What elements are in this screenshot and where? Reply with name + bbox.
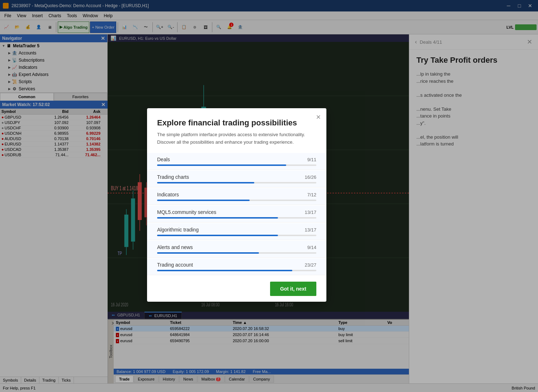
navigator-tabs: Common Favorites xyxy=(0,92,107,101)
market-watch-row[interactable]: ●USDCAD 1.35387 1.35395 xyxy=(0,147,108,152)
tab-favorites[interactable]: Favorites xyxy=(54,93,108,101)
progress-count: 23/27 xyxy=(305,262,316,268)
tab-common[interactable]: Common xyxy=(0,93,54,101)
expand-ea-icon[interactable]: ▶ xyxy=(7,72,11,77)
deals-close-btn[interactable]: ✕ xyxy=(527,38,532,46)
progress-bar-bg xyxy=(157,235,316,236)
trade-type: buy xyxy=(336,326,386,332)
expand-icon[interactable]: ▼ xyxy=(1,44,6,48)
indicators-nav-icon: 📈 xyxy=(11,64,17,70)
new-chart-button[interactable]: 📈 xyxy=(1,21,11,33)
search-button[interactable]: 🔍 xyxy=(214,21,224,33)
menu-window[interactable]: Window xyxy=(80,13,101,19)
tab-mailbox[interactable]: Mailbox7 xyxy=(198,376,225,383)
trade-vol xyxy=(385,338,409,344)
chart-tab-eurusd[interactable]: ▪▪ EURUSD,H1 xyxy=(145,312,181,319)
nav-indicators[interactable]: ▶ 📈 Indicators xyxy=(0,64,107,71)
menu-tools[interactable]: Tools xyxy=(64,13,80,19)
navigator-close[interactable]: ✕ xyxy=(101,35,105,41)
market-watch-row[interactable]: ●USDCNH 6.98955 6.99229 xyxy=(0,131,108,136)
tab-company[interactable]: Company xyxy=(249,376,274,383)
alerts-badge: 1 xyxy=(229,23,233,27)
nav-scripts[interactable]: ▶ 📜 Scripts xyxy=(0,78,107,85)
mw-ask: 0.93908 xyxy=(70,125,102,131)
indicators-button[interactable]: 📋 xyxy=(179,21,189,33)
menu-help[interactable]: Help xyxy=(101,13,115,19)
tab-trade[interactable]: Trade xyxy=(115,376,133,383)
market-watch-row[interactable]: ●USDCHF 0.93900 0.93908 xyxy=(0,125,108,131)
menu-view[interactable]: View xyxy=(14,13,29,19)
modal-title: Explore financial trading possibilities xyxy=(147,108,326,131)
tab-history[interactable]: History xyxy=(159,376,179,383)
expand-scripts-icon[interactable]: ▶ xyxy=(7,80,11,84)
screenshot-button[interactable]: 🖼 xyxy=(200,21,211,33)
open-button[interactable]: 📂 xyxy=(12,21,22,33)
title-bar-controls: ─ □ ✕ xyxy=(504,1,535,11)
tab-news[interactable]: News xyxy=(179,376,197,383)
menu-insert[interactable]: Insert xyxy=(29,13,46,19)
new-order-button[interactable]: + New Order xyxy=(90,21,116,33)
help-text: For Help, press F1 xyxy=(3,386,36,390)
trade-row[interactable]: ▪eurusd 659490795 2020.07.20 16:00:00 se… xyxy=(114,338,409,344)
nav-services[interactable]: ▶ ⚙ Services xyxy=(0,85,107,92)
tab-trading[interactable]: Trading xyxy=(39,377,59,383)
expand-services-icon[interactable]: ▶ xyxy=(7,87,11,91)
tab-symbols[interactable]: Symbols xyxy=(0,377,21,383)
tab-details[interactable]: Details xyxy=(21,377,39,383)
minimize-button[interactable]: ─ xyxy=(504,1,514,11)
trade-row[interactable]: ▪eurusd 648641984 2020.07.07 16:14:46 bu… xyxy=(114,332,409,338)
got-it-next-button[interactable]: Got it, next xyxy=(270,282,316,296)
expand-subs-icon[interactable]: ▶ xyxy=(7,58,11,62)
nav-expert-advisors[interactable]: ▶ 🤖 Expert Advisors xyxy=(0,71,107,78)
title-bar-text: 28238907 - MetaQuotes-Demo: Demo Account… xyxy=(11,3,149,8)
progress-bar-bg xyxy=(157,217,316,219)
deposit-button[interactable]: 💰 xyxy=(23,21,33,33)
market-watch-close[interactable]: ✕ xyxy=(101,102,105,107)
nav-accounts[interactable]: ▶ 🏦 Accounts xyxy=(0,49,107,57)
chart-tab-gbpusd[interactable]: ▪▪ GBPUSD,H1 xyxy=(108,312,145,319)
chart-type-btn2[interactable]: 📉 xyxy=(130,21,140,33)
toolbox-side-label[interactable]: Toolbox xyxy=(108,320,114,383)
th-time: Time ▲ xyxy=(231,320,336,326)
zoom-out-button[interactable]: 🔍- xyxy=(166,21,176,33)
tab-exposure[interactable]: Exposure xyxy=(134,376,158,383)
deals-prev-btn[interactable]: ‹ xyxy=(415,39,417,45)
vps-button[interactable]: 🖥 xyxy=(44,21,55,33)
svg-text:16 Jul 2020: 16 Jul 2020 xyxy=(111,302,128,308)
trade-time: 2020.07.20 16:58:32 xyxy=(231,326,336,332)
tab-ticks[interactable]: Ticks xyxy=(59,377,74,383)
deals-body-p2: ...rice reaches the xyxy=(416,78,531,85)
deals-body-p5: ...tance in points xyxy=(416,113,531,120)
market-watch-row[interactable]: ●GBPUSD 1.26456 1.26464 xyxy=(0,115,108,120)
expand-indicators-icon[interactable]: ▶ xyxy=(7,65,11,70)
market-watch-row[interactable]: ●EURUSD 1.14377 1.14382 xyxy=(0,142,108,147)
alerts-button[interactable]: 🔔 1 xyxy=(225,21,235,33)
zoom-in-button[interactable]: 🔍+ xyxy=(154,21,165,33)
nav-subscriptions[interactable]: ▶ 📡 Subscriptions xyxy=(0,57,107,64)
close-button[interactable]: ✕ xyxy=(525,1,535,11)
menu-charts[interactable]: Charts xyxy=(46,13,64,19)
expand-accounts-icon[interactable]: ▶ xyxy=(7,51,11,55)
mw-ask: 71.462... xyxy=(70,152,102,158)
objects-button[interactable]: ⛭ xyxy=(190,21,200,33)
chart-type-btn1[interactable]: 📊 xyxy=(119,21,129,33)
modal-close-btn[interactable]: × xyxy=(316,113,321,122)
trade-row[interactable]: ▪eurusd 659584222 2020.07.20 16:58:32 bu… xyxy=(114,326,409,332)
nav-root[interactable]: ▼ 🖥 MetaTrader 5 xyxy=(0,42,107,49)
menu-file[interactable]: File xyxy=(1,13,14,19)
market-button[interactable]: 🏦 xyxy=(235,21,245,33)
mw-bid: 0.70138 xyxy=(40,136,70,142)
toolbar-separator-5 xyxy=(212,22,212,32)
vps-icon: 🖥 xyxy=(48,25,52,29)
maximize-button[interactable]: □ xyxy=(514,1,524,11)
chart-type-btn3[interactable]: 〜 xyxy=(141,21,151,33)
deposit-icon: 💰 xyxy=(25,25,30,29)
accounts-icon: 🏦 xyxy=(11,50,17,56)
tab-calendar[interactable]: Calendar xyxy=(225,376,249,383)
market-watch-row[interactable]: ●USDRUB 71.44... 71.462... xyxy=(0,152,108,158)
progress-bar-fill xyxy=(157,235,278,236)
account-button[interactable]: 👤 xyxy=(34,21,44,33)
market-watch-row[interactable]: ●AUDUSD 0.70138 0.70146 xyxy=(0,136,108,142)
market-watch-row[interactable]: ●USDJPY 107.092 107.097 xyxy=(0,120,108,125)
algo-trading-button[interactable]: ▶ Algo Trading xyxy=(58,21,89,33)
